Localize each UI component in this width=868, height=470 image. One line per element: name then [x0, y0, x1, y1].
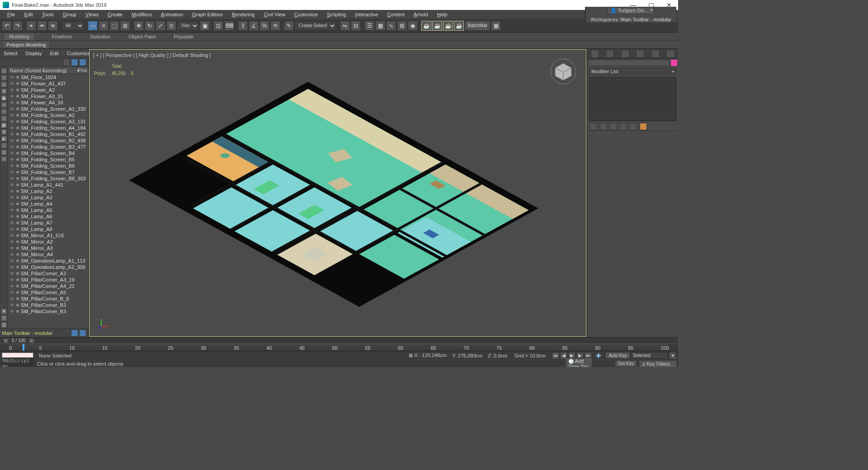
list-item[interactable]: 👁SM_Lamp_A6 — [8, 213, 88, 220]
list-item[interactable]: 👁SM_Lamp_A4 — [8, 201, 88, 207]
layer-explorer-button[interactable]: ☰ — [364, 21, 374, 31]
list-item[interactable]: 👁SM_PillarCorner_B2 — [8, 302, 88, 308]
visibility-icon[interactable]: 👁 — [10, 113, 14, 118]
configure-sets-icon[interactable] — [630, 123, 637, 130]
visibility-icon[interactable]: 👁 — [10, 107, 14, 112]
remove-modifier-icon[interactable] — [620, 123, 627, 130]
select-object-button[interactable]: ▭ — [88, 21, 98, 31]
pin-stack-icon[interactable] — [590, 123, 597, 130]
list-item[interactable]: 👁SM_Folding_Screen_B7 — [8, 169, 88, 175]
selection-set-dropdown[interactable]: Create Selection Se — [295, 21, 336, 30]
list-item[interactable]: 👁SM_Lamp_A1_441 — [8, 182, 88, 188]
list-item[interactable]: 👁SM_Folding_Screen_B3_477 — [8, 144, 88, 150]
hierarchy-tab-icon[interactable] — [621, 50, 629, 58]
visibility-icon[interactable]: 👁 — [10, 303, 14, 308]
filter-hidden-icon[interactable]: ◐ — [1, 136, 7, 142]
filter-shapes-icon[interactable]: ▭ — [1, 81, 7, 88]
filter-spacewarp-icon[interactable]: ~ — [1, 108, 7, 115]
visibility-icon[interactable]: 👁 — [10, 138, 14, 143]
visibility-icon[interactable]: 👁 — [10, 94, 14, 99]
visibility-icon[interactable]: 👁 — [10, 296, 14, 301]
sort-asc-icon[interactable]: ▼ — [1, 308, 7, 315]
menu-interactive[interactable]: Interactive — [351, 12, 383, 17]
menu-file[interactable]: File — [3, 12, 20, 17]
filter-helpers-icon[interactable]: ≈ — [1, 102, 7, 108]
menu-views[interactable]: Views — [81, 12, 103, 17]
visibility-icon[interactable]: 👁 — [10, 290, 14, 295]
filter-bone-icon[interactable]: ⎍ — [1, 115, 7, 122]
viewcube-icon[interactable] — [550, 58, 577, 85]
visibility-icon[interactable]: 👁 — [10, 75, 14, 80]
perspective-viewport[interactable]: [ + ] [ Perspective ] [ High Quality ] [… — [89, 49, 586, 337]
percent-snap-button[interactable]: % — [259, 21, 269, 31]
list-item[interactable]: 👁SM_Flower_A4_33 — [8, 99, 88, 106]
add-time-tag-button[interactable]: 🕓 Add Time Tag — [565, 357, 592, 367]
visibility-icon[interactable]: 👁 — [10, 88, 14, 93]
visibility-icon[interactable]: 👁 — [10, 246, 14, 251]
undo-button[interactable]: ↶ — [2, 21, 12, 31]
list-item[interactable]: 👁SM_Folding_Screen_A4_184 — [8, 125, 88, 131]
list-item[interactable]: 👁SM_Mirror_A1_516 — [8, 232, 88, 239]
render-production-button[interactable]: ☕ — [443, 21, 453, 31]
rotate-button[interactable]: ↻ — [145, 21, 155, 31]
visibility-icon[interactable]: 👁 — [10, 132, 14, 137]
create-tab-icon[interactable] — [591, 50, 599, 58]
visibility-icon[interactable]: 👁 — [10, 119, 14, 124]
list-item[interactable]: 👁SM_Lamp_A7 — [8, 220, 88, 226]
scene-menu-edit[interactable]: Edit — [50, 51, 59, 56]
menu-modifiers[interactable]: Modifiers — [127, 12, 156, 17]
visibility-icon[interactable]: 👁 — [10, 164, 14, 169]
visibility-icon[interactable]: 👁 — [10, 202, 14, 207]
maxscript-listener[interactable]: MAXScript Mi — [2, 357, 33, 367]
list-item[interactable]: 👁SM_Flower_A1_437 — [8, 80, 88, 87]
visibility-icon[interactable]: 👁 — [10, 214, 14, 219]
visibility-icon[interactable]: 👁 — [10, 189, 14, 194]
visibility-icon[interactable]: 👁 — [10, 195, 14, 200]
list-item[interactable]: 👁SM_OperationLamp_A1_113 — [8, 258, 88, 264]
visibility-icon[interactable]: 👁 — [10, 271, 14, 276]
list-item[interactable]: 👁SM_Lamp_A2 — [8, 188, 88, 194]
select-region-button[interactable]: ⬚ — [109, 21, 119, 31]
user-account-button[interactable]: 👤 Torbjorn Gri... — [607, 7, 655, 14]
scene-menu-customize[interactable]: Customize — [67, 51, 90, 56]
display-tab-icon[interactable] — [651, 50, 660, 58]
frame-prev-button[interactable]: < — [3, 338, 9, 343]
key-dropdown-icon[interactable]: ▾ — [669, 352, 676, 359]
show-end-result-icon[interactable] — [600, 123, 607, 130]
scene-list-header[interactable]: Name (Sorted Ascending) ▲ Froz — [8, 67, 88, 74]
filter-search-icon[interactable] — [71, 59, 78, 66]
list-item[interactable]: 👁SM_Flower_A3_31 — [8, 93, 88, 99]
visibility-icon[interactable]: 👁 — [10, 100, 14, 105]
refcoord-dropdown[interactable]: View — [177, 21, 199, 30]
list-item[interactable]: 👁SM_Lamp_A8 — [8, 226, 88, 232]
list-item[interactable]: 👁SM_Folding_Screen_A2 — [8, 112, 88, 118]
visibility-icon[interactable]: 👁 — [10, 170, 14, 175]
list-item[interactable]: 👁SM_Lamp_A5 — [8, 207, 88, 213]
menu-content[interactable]: Content — [382, 12, 409, 17]
list-item[interactable]: 👁SM_Folding_Screen_B2_498 — [8, 137, 88, 144]
selection-set-edit-button[interactable]: ✎ — [284, 21, 294, 31]
list-item[interactable]: 👁SM_Mirror_A4 — [8, 251, 88, 258]
list-item[interactable]: 👁SM_Folding_Screen_B8_303 — [8, 175, 88, 182]
menu-scripting[interactable]: Scripting — [322, 12, 351, 17]
menu-tools[interactable]: Tools — [38, 12, 58, 17]
keyfilters-button[interactable]: ⚷ Key Filters... — [639, 360, 677, 367]
render-iterative-button[interactable]: ☕ — [454, 21, 464, 31]
visibility-icon[interactable]: 👁 — [10, 240, 14, 244]
list-item[interactable]: 👁SM_Floor_1024 — [8, 74, 88, 80]
list-item[interactable]: 👁SM_Mirror_A2 — [8, 239, 88, 245]
select-by-name-button[interactable]: ≡ — [99, 21, 108, 31]
menu-arnold[interactable]: Arnold — [409, 12, 433, 17]
visibility-icon[interactable]: 👁 — [10, 233, 14, 238]
goto-start-button[interactable]: ⏮ — [552, 352, 559, 359]
keyboard-shortcut-button[interactable]: ⌨ — [224, 21, 234, 31]
ribbon-tab-selection[interactable]: Selection — [90, 34, 110, 39]
filter-close-icon[interactable] — [63, 59, 70, 66]
viewport-label[interactable]: [ + ] [ Perspective ] [ High Quality ] [… — [93, 52, 211, 58]
visibility-icon[interactable]: 👁 — [10, 81, 14, 86]
filter-group-icon[interactable]: ▯ — [1, 149, 7, 155]
ribbon-panel-polygon[interactable]: Polygon Modeling — [3, 42, 49, 48]
list-item[interactable]: 👁SM_PillarCorner_B_8 — [8, 296, 88, 302]
visibility-icon[interactable]: 👁 — [10, 309, 14, 314]
move-button[interactable]: ✥ — [134, 21, 144, 31]
